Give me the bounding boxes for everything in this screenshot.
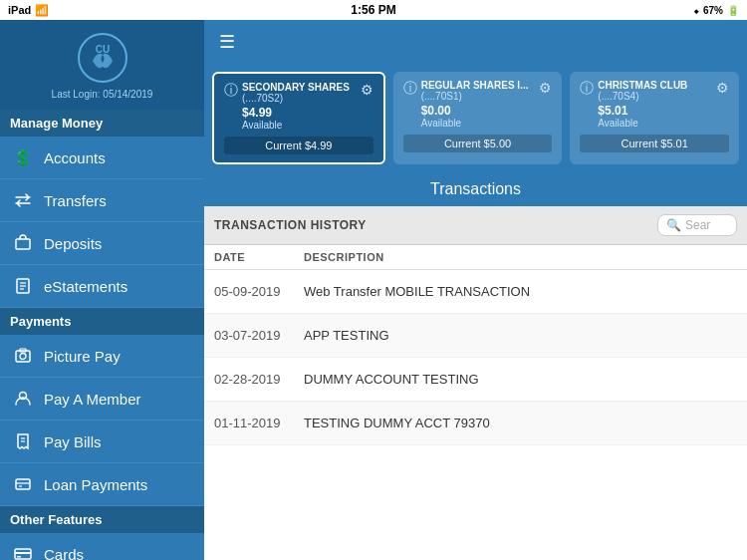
account-info-2: CHRISTMAS CLUB (....70S4) $5.01 Availabl… xyxy=(598,80,712,129)
transfers-label: Transfers xyxy=(44,192,107,209)
search-box[interactable]: 🔍 Sear xyxy=(657,214,737,236)
pay-member-label: Pay A Member xyxy=(44,391,141,408)
cards-icon xyxy=(12,543,34,560)
account-name-1: REGULAR SHARES I... xyxy=(421,80,536,91)
account-avail-1: Available xyxy=(421,118,536,129)
estatements-icon xyxy=(12,275,34,297)
transaction-history-label: TRANSACTION HISTORY xyxy=(214,218,367,232)
estatements-label: eStatements xyxy=(44,278,127,295)
account-info-0: SECONDARY SHARES (....70S2) $4.99 Availa… xyxy=(242,82,357,131)
transfers-icon xyxy=(12,189,34,211)
main-content: ☰ ⓘ SECONDARY SHARES (....70S2) $4.99 Av… xyxy=(204,20,747,560)
account-current-0: Current $4.99 xyxy=(224,137,374,154)
account-balance-1: $0.00 xyxy=(421,104,536,118)
sidebar-item-pay-bills[interactable]: Pay Bills xyxy=(0,420,204,463)
transaction-description: Web Transfer MOBILE TRANSACTION xyxy=(304,284,737,299)
accounts-label: Accounts xyxy=(44,149,106,166)
pay-bills-icon xyxy=(12,430,34,452)
top-nav: ☰ xyxy=(204,20,747,64)
account-avail-0: Available xyxy=(242,120,357,131)
transaction-date: 02-28-2019 xyxy=(214,372,304,387)
search-placeholder-text: Sear xyxy=(685,218,710,232)
deposits-label: Deposits xyxy=(44,235,102,252)
transactions-header: Transactions xyxy=(204,172,747,206)
account-gear-0[interactable]: ⚙ xyxy=(361,82,374,98)
status-bar: iPad 📶 1:56 PM ⬥ 67% 🔋 xyxy=(0,0,747,20)
accounts-icon: 💲 xyxy=(12,146,34,168)
status-time: 1:56 PM xyxy=(351,3,395,17)
sidebar-item-deposits[interactable]: Deposits xyxy=(0,222,204,265)
svg-rect-18 xyxy=(17,556,21,558)
last-login: Last Login: 05/14/2019 xyxy=(52,89,153,100)
accounts-row: ⓘ SECONDARY SHARES (....70S2) $4.99 Avai… xyxy=(204,64,747,172)
battery-level: 67% xyxy=(703,5,723,16)
transactions-area: Transactions TRANSACTION HISTORY 🔍 Sear … xyxy=(204,172,747,560)
account-info-icon-0[interactable]: ⓘ xyxy=(224,82,238,100)
sidebar-item-picture-pay[interactable]: Picture Pay xyxy=(0,335,204,378)
sidebar-item-estatements[interactable]: eStatements xyxy=(0,265,204,308)
section-header-other-features: Other Features xyxy=(0,506,204,533)
status-left: iPad 📶 xyxy=(8,4,49,17)
transaction-description: APP TESTING xyxy=(304,328,737,343)
hamburger-menu[interactable]: ☰ xyxy=(219,31,235,53)
account-info-1: REGULAR SHARES I... (....70S1) $0.00 Ava… xyxy=(421,80,536,129)
transaction-date: 05-09-2019 xyxy=(214,284,304,299)
wifi-icon: 📶 xyxy=(35,4,49,17)
picture-pay-icon xyxy=(12,345,34,367)
transaction-row[interactable]: 03-07-2019 APP TESTING xyxy=(204,314,747,358)
transactions-list: 05-09-2019 Web Transfer MOBILE TRANSACTI… xyxy=(204,270,747,560)
sidebar-item-pay-member[interactable]: Pay A Member xyxy=(0,378,204,420)
svg-rect-7 xyxy=(16,351,30,362)
svg-point-8 xyxy=(20,354,26,360)
account-number-2: (....70S4) xyxy=(598,91,712,102)
transaction-history-bar: TRANSACTION HISTORY 🔍 Sear xyxy=(204,206,747,245)
transaction-row[interactable]: 05-09-2019 Web Transfer MOBILE TRANSACTI… xyxy=(204,270,747,314)
account-card-christmas-club[interactable]: ⓘ CHRISTMAS CLUB (....70S4) $5.01 Availa… xyxy=(570,72,739,164)
app-body: CU Last Login: 05/14/2019 Manage Money 💲… xyxy=(0,20,747,560)
account-info-icon-2[interactable]: ⓘ xyxy=(580,80,594,98)
battery-icon: 🔋 xyxy=(727,5,739,16)
account-number-0: (....70S2) xyxy=(242,93,357,104)
transaction-row[interactable]: 01-11-2019 TESTING DUMMY ACCT 79370 xyxy=(204,402,747,445)
account-name-2: CHRISTMAS CLUB xyxy=(598,80,712,91)
cards-label: Cards xyxy=(44,546,84,561)
loan-payments-label: Loan Payments xyxy=(44,476,147,493)
sidebar-item-loan-payments[interactable]: Loan Payments xyxy=(0,463,204,506)
transaction-description: TESTING DUMMY ACCT 79370 xyxy=(304,416,737,430)
bluetooth-icon: ⬥ xyxy=(693,5,699,16)
account-gear-1[interactable]: ⚙ xyxy=(539,80,552,96)
deposits-icon xyxy=(12,232,34,254)
column-headers: DATE DESCRIPTION xyxy=(204,245,747,270)
account-card-secondary-shares[interactable]: ⓘ SECONDARY SHARES (....70S2) $4.99 Avai… xyxy=(212,72,385,164)
section-header-payments: Payments xyxy=(0,308,204,335)
sidebar: CU Last Login: 05/14/2019 Manage Money 💲… xyxy=(0,20,204,560)
pay-bills-label: Pay Bills xyxy=(44,433,102,450)
transaction-date: 01-11-2019 xyxy=(214,416,304,430)
account-info-icon-1[interactable]: ⓘ xyxy=(403,80,417,98)
account-balance-2: $5.01 xyxy=(598,104,712,118)
search-icon: 🔍 xyxy=(666,218,681,232)
device-label: iPad xyxy=(8,4,31,16)
sidebar-logo: CU Last Login: 05/14/2019 xyxy=(0,20,204,110)
transaction-row[interactable]: 02-28-2019 DUMMY ACCOUNT TESTING xyxy=(204,358,747,402)
account-avail-2: Available xyxy=(598,118,712,129)
loan-payments-icon xyxy=(12,473,34,495)
status-right: ⬥ 67% 🔋 xyxy=(693,5,739,16)
account-current-1: Current $5.00 xyxy=(403,135,553,152)
sidebar-item-cards[interactable]: Cards xyxy=(0,533,204,560)
account-card-regular-shares[interactable]: ⓘ REGULAR SHARES I... (....70S1) $0.00 A… xyxy=(393,72,563,164)
account-balance-0: $4.99 xyxy=(242,106,357,120)
sidebar-item-transfers[interactable]: Transfers xyxy=(0,179,204,222)
section-header-manage-money: Manage Money xyxy=(0,110,204,137)
col-header-description: DESCRIPTION xyxy=(304,251,737,263)
logo: CU xyxy=(75,30,129,85)
pay-member-icon xyxy=(12,388,34,410)
account-current-2: Current $5.01 xyxy=(580,135,729,152)
account-number-1: (....70S1) xyxy=(421,91,536,102)
transaction-date: 03-07-2019 xyxy=(214,328,304,343)
sidebar-item-accounts[interactable]: 💲 Accounts xyxy=(0,137,204,179)
transaction-description: DUMMY ACCOUNT TESTING xyxy=(304,372,737,387)
account-gear-2[interactable]: ⚙ xyxy=(716,80,729,96)
svg-rect-2 xyxy=(16,239,30,249)
col-header-date: DATE xyxy=(214,251,304,263)
